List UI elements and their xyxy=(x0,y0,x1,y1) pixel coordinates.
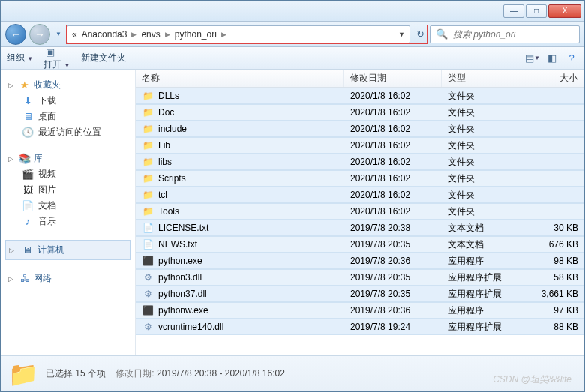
column-type[interactable]: 类型 xyxy=(442,70,524,87)
file-date: 2020/1/8 16:02 xyxy=(344,124,442,134)
exe-icon: ⬛ xyxy=(142,304,154,316)
breadcrumb-overflow-icon[interactable]: « xyxy=(72,29,77,40)
folder-icon: 📁 xyxy=(142,156,154,168)
network-icon: 🖧 xyxy=(19,273,31,285)
table-row[interactable]: 📁libs2020/1/8 16:02文件夹 xyxy=(136,154,584,170)
sidebar-item-pictures[interactable]: 🖼图片 xyxy=(5,182,130,198)
table-row[interactable]: 📁Scripts2020/1/8 16:02文件夹 xyxy=(136,170,584,187)
table-row[interactable]: ⚙python3.dll2019/7/8 20:35应用程序扩展58 KB xyxy=(136,269,584,286)
column-name[interactable]: 名称 xyxy=(136,70,344,87)
table-row[interactable]: 📁Doc2020/1/8 16:02文件夹 xyxy=(136,104,584,121)
computer-icon: 🖥 xyxy=(21,244,33,256)
navbar: ← → ▼ « Anaconda3 ▶ envs ▶ python_ori ▶ … xyxy=(1,22,584,47)
column-size[interactable]: 大小 xyxy=(524,70,584,87)
sidebar-item-documents[interactable]: 📄文档 xyxy=(5,198,130,214)
desktop-icon: 🖥 xyxy=(22,111,34,123)
file-date: 2019/7/8 20:36 xyxy=(344,256,442,266)
status-moddate-value: 2019/7/8 20:38 - 2020/1/8 16:02 xyxy=(157,368,285,379)
table-row[interactable]: ⬛pythonw.exe2019/7/8 20:36应用程序97 KB xyxy=(136,302,584,319)
file-type: 文件夹 xyxy=(442,189,524,202)
sidebar-library[interactable]: ▷📚库 xyxy=(5,151,130,166)
minimize-button[interactable]: — xyxy=(503,4,524,18)
table-row[interactable]: ⬛python.exe2019/7/8 20:36应用程序98 KB xyxy=(136,253,584,269)
open-button[interactable]: ▣ 打开 ▼ xyxy=(44,45,70,71)
folder-icon: 📁 xyxy=(142,106,154,118)
file-type: 文件夹 xyxy=(442,106,524,119)
sidebar-favorites[interactable]: ▷★收藏夹 xyxy=(5,77,130,93)
txt-icon: 📄 xyxy=(142,222,154,234)
chevron-right-icon: ▶ xyxy=(131,31,136,38)
dll-icon: ⚙ xyxy=(142,271,154,283)
address-dropdown-icon[interactable]: ▼ xyxy=(398,31,405,38)
file-name: python37.dll xyxy=(158,289,207,299)
file-type: 应用程序扩展 xyxy=(442,288,524,301)
file-date: 2020/1/8 16:02 xyxy=(344,206,442,217)
file-date: 2019/7/8 20:36 xyxy=(344,305,442,316)
file-name: tcl xyxy=(158,190,167,200)
file-type: 应用程序 xyxy=(442,304,524,317)
search-input[interactable] xyxy=(453,29,574,40)
file-name: python.exe xyxy=(158,256,202,266)
view-mode-button[interactable]: ▤ ▼ xyxy=(526,52,539,65)
sidebar-item-downloads[interactable]: ⬇下载 xyxy=(5,93,130,109)
file-date: 2020/1/8 16:02 xyxy=(344,190,442,200)
file-date: 2019/7/8 20:35 xyxy=(344,272,442,283)
column-date[interactable]: 修改日期 xyxy=(344,70,442,87)
file-name: Doc xyxy=(158,107,174,118)
file-date: 2019/7/8 20:35 xyxy=(344,239,442,250)
sidebar-item-recent[interactable]: 🕓最近访问的位置 xyxy=(5,124,130,140)
address-bar[interactable]: « Anaconda3 ▶ envs ▶ python_ori ▶ ▼ xyxy=(67,25,410,43)
table-row[interactable]: 📁Tools2020/1/8 16:02文件夹 xyxy=(136,203,584,220)
file-name: pythonw.exe xyxy=(158,305,208,316)
organize-button[interactable]: 组织 ▼ xyxy=(7,52,33,64)
file-type: 文件夹 xyxy=(442,205,524,218)
file-type: 文件夹 xyxy=(442,139,524,152)
table-row[interactable]: 📁tcl2020/1/8 16:02文件夹 xyxy=(136,187,584,203)
file-name: Tools xyxy=(158,206,179,217)
help-button[interactable]: ? xyxy=(565,52,578,65)
folder-icon: 📁 xyxy=(142,172,154,184)
file-type: 文件夹 xyxy=(442,90,524,103)
column-headers: 名称 修改日期 类型 大小 xyxy=(136,70,584,88)
exe-icon: ⬛ xyxy=(142,255,154,267)
body: ▷★收藏夹 ⬇下载 🖥桌面 🕓最近访问的位置 ▷📚库 🎬视频 🖼图片 📄文档 ♪… xyxy=(1,70,584,355)
table-row[interactable]: 📁DLLs2020/1/8 16:02文件夹 xyxy=(136,88,584,104)
breadcrumb[interactable]: Anaconda3 xyxy=(82,29,128,40)
file-size: 676 KB xyxy=(524,239,584,250)
chevron-right-icon: ▶ xyxy=(221,31,226,38)
file-name: NEWS.txt xyxy=(158,239,197,250)
folder-icon: 📁 xyxy=(142,189,154,201)
search-box[interactable]: 🔍 xyxy=(430,25,580,43)
preview-pane-button[interactable]: ◧ xyxy=(545,52,559,65)
nav-history-dropdown[interactable]: ▼ xyxy=(53,25,64,44)
table-row[interactable]: 📄LICENSE.txt2019/7/8 20:38文本文档30 KB xyxy=(136,220,584,236)
sidebar-item-music[interactable]: ♪音乐 xyxy=(5,214,130,229)
file-name: DLLs xyxy=(158,91,179,101)
sidebar-item-desktop[interactable]: 🖥桌面 xyxy=(5,109,130,124)
txt-icon: 📄 xyxy=(142,238,154,250)
file-date: 2020/1/8 16:02 xyxy=(344,140,442,151)
file-name: libs xyxy=(158,157,172,167)
table-row[interactable]: 📁include2020/1/8 16:02文件夹 xyxy=(136,121,584,137)
breadcrumb[interactable]: envs xyxy=(141,29,160,40)
refresh-button[interactable]: ↻ xyxy=(413,28,427,41)
new-folder-button[interactable]: 新建文件夹 xyxy=(81,52,126,64)
table-row[interactable]: 📄NEWS.txt2019/7/8 20:35文本文档676 KB xyxy=(136,236,584,253)
table-row[interactable]: ⚙vcruntime140.dll2019/7/8 19:24应用程序扩展88 … xyxy=(136,319,584,335)
maximize-button[interactable]: □ xyxy=(526,4,547,18)
table-row[interactable]: 📁Lib2020/1/8 16:02文件夹 xyxy=(136,137,584,154)
file-name: vcruntime140.dll xyxy=(158,322,224,332)
sidebar-item-network[interactable]: ▷🖧网络 xyxy=(5,271,130,286)
file-name: include xyxy=(158,124,187,134)
forward-button[interactable]: → xyxy=(29,24,50,45)
breadcrumb[interactable]: python_ori xyxy=(175,29,217,40)
back-button[interactable]: ← xyxy=(5,24,26,45)
sidebar-item-computer[interactable]: ▷🖥计算机 xyxy=(5,240,130,260)
file-date: 2020/1/8 16:02 xyxy=(344,107,442,118)
sidebar-item-videos[interactable]: 🎬视频 xyxy=(5,166,130,182)
file-date: 2019/7/8 20:35 xyxy=(344,289,442,299)
table-row[interactable]: ⚙python37.dll2019/7/8 20:35应用程序扩展3,661 K… xyxy=(136,286,584,302)
folder-icon: 📁 xyxy=(142,90,154,102)
close-button[interactable]: X xyxy=(548,4,581,18)
status-moddate-label: 修改日期: xyxy=(116,368,154,379)
